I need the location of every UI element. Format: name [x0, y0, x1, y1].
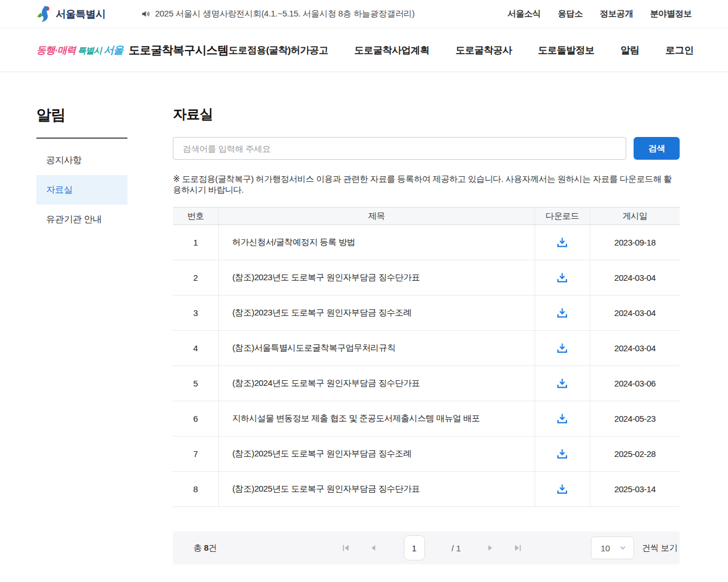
row-date: 2024-03-06 — [590, 366, 680, 401]
sidebar-menu: 공지사항 자료실 유관기관 안내 — [36, 146, 127, 234]
nav-item[interactable]: 알림 — [621, 44, 639, 57]
row-number: 5 — [173, 366, 218, 401]
download-icon — [556, 271, 569, 284]
last-page-button[interactable] — [513, 543, 522, 552]
row-download-cell — [535, 436, 590, 472]
row-title-link[interactable]: (참조)서울특별시도로굴착복구업무처리규칙 — [218, 331, 535, 366]
col-header-no: 번호 — [173, 207, 218, 225]
sidebar-menu-item[interactable]: 자료실 — [36, 175, 127, 205]
download-button[interactable] — [554, 410, 571, 427]
row-title-link[interactable]: (참조)2024년도 도로복구 원인자부담금 징수단가표 — [218, 366, 535, 401]
first-page-icon — [341, 543, 350, 552]
board-table: 번호 제목 다운로드 게시일 1 허가신청서/굴착예정지 등록 방법 2023-… — [173, 207, 680, 507]
announcement-banner[interactable]: 2025 서울시 생명사랑전시회(4.1.~5.15. 서울시청 8층 하늘광장… — [141, 9, 415, 19]
page-title: 자료실 — [173, 105, 680, 123]
topbar-link[interactable]: 분야별정보 — [650, 9, 692, 19]
download-icon — [556, 447, 569, 460]
nav-item[interactable]: 도로굴착공사 — [456, 44, 512, 57]
sidebar-divider — [36, 138, 127, 139]
row-title-link[interactable]: (참조)2023년도 도로복구 원인자부담금 징수단가표 — [218, 260, 535, 296]
pager-controls: 1 / 1 — [341, 535, 523, 560]
row-number: 7 — [173, 436, 218, 472]
table-row: 8 (참조)2025년도 도로복구 원인자부담금 징수단가표 2025-03-1… — [173, 472, 680, 507]
table-row: 7 (참조)2025년도 도로복구 원인자부담금 징수조례 2025-02-28 — [173, 436, 680, 472]
row-download-cell — [535, 331, 590, 366]
row-download-cell — [535, 225, 590, 260]
seoul-emblem-icon — [36, 5, 52, 23]
download-icon — [556, 377, 569, 390]
topbar-link[interactable]: 서울소식 — [507, 9, 540, 19]
row-title-link[interactable]: 허가신청서/굴착예정지 등록 방법 — [218, 225, 535, 260]
topbar-link[interactable]: 정보공개 — [600, 9, 633, 19]
brand-slogan-part1: 동행·매력 — [36, 45, 76, 56]
site-brand[interactable]: 동행·매력 특별시 서울 도로굴착복구시스템 — [36, 43, 229, 58]
current-page-box[interactable]: 1 — [404, 535, 425, 560]
download-icon — [556, 412, 569, 425]
main-nav: 도로점용(굴착)허가공고 도로굴착사업계획 도로굴착공사 도로돌발정보 알림 로… — [229, 44, 694, 57]
download-icon — [556, 306, 569, 319]
notice-text: ※ 도로점용(굴착복구) 허가행정서비스 이용과 관련한 자료를 등록하여 제공… — [173, 174, 680, 196]
row-number: 4 — [173, 331, 218, 366]
next-page-icon — [486, 544, 494, 552]
row-number: 1 — [173, 225, 218, 260]
page-size-select[interactable]: 10 — [591, 537, 634, 559]
download-button[interactable] — [554, 481, 571, 498]
row-title-link[interactable]: 지하시설물 변동정보 제출 협조 및 준공도서제출시스템 매뉴얼 배포 — [218, 401, 535, 436]
topbar-link[interactable]: 응답소 — [558, 9, 583, 19]
content-area: 알림 공지사항 자료실 유관기관 안내 자료실 검색 ※ 도로점용(굴착복구) … — [0, 72, 728, 564]
page-size-group: 10 건씩 보기 — [591, 537, 677, 559]
download-button[interactable] — [554, 375, 571, 392]
brand-slogan: 동행·매력 특별시 서울 — [36, 43, 123, 57]
row-date: 2024-03-04 — [590, 331, 680, 366]
row-date: 2024-03-04 — [590, 260, 680, 296]
pagination-bar: 총 8건 1 / 1 — [173, 531, 680, 564]
row-download-cell — [535, 366, 590, 401]
row-title-link[interactable]: (참조)2025년도 도로복구 원인자부담금 징수단가표 — [218, 472, 535, 507]
sidebar-menu-item[interactable]: 공지사항 — [36, 146, 127, 175]
nav-item[interactable]: 로그인 — [665, 44, 694, 57]
download-button[interactable] — [554, 340, 571, 357]
search-input[interactable] — [173, 137, 626, 160]
table-row: 5 (참조)2024년도 도로복구 원인자부담금 징수단가표 2024-03-0… — [173, 366, 680, 401]
site-title: 도로굴착복구시스템 — [129, 43, 229, 58]
download-button[interactable] — [554, 234, 571, 251]
announcement-text: 2025 서울시 생명사랑전시회(4.1.~5.15. 서울시청 8층 하늘광장… — [155, 9, 415, 19]
seoul-city-logo[interactable]: 서울특별시 — [36, 5, 106, 23]
download-button[interactable] — [554, 305, 571, 322]
board-table-body: 1 허가신청서/굴착예정지 등록 방법 2023-09-18 2 (참조)202… — [173, 225, 680, 507]
seoul-logo-text: 서울특별시 — [56, 7, 106, 21]
table-row: 1 허가신청서/굴착예정지 등록 방법 2023-09-18 — [173, 225, 680, 260]
next-page-button[interactable] — [486, 544, 494, 552]
last-page-icon — [513, 543, 522, 552]
row-title-link[interactable]: (참조)2023년도 도로복구 원인자부담금 징수조례 — [218, 296, 535, 331]
top-utility-bar: 서울특별시 2025 서울시 생명사랑전시회(4.1.~5.15. 서울시청 8… — [0, 0, 728, 28]
download-button[interactable] — [554, 446, 571, 463]
nav-item[interactable]: 도로굴착사업계획 — [354, 44, 429, 57]
row-download-cell — [535, 401, 590, 436]
download-icon — [556, 342, 569, 355]
speaker-icon — [141, 9, 151, 19]
col-header-download: 다운로드 — [535, 207, 590, 225]
table-row: 2 (참조)2023년도 도로복구 원인자부담금 징수단가표 2024-03-0… — [173, 260, 680, 296]
main-header: 동행·매력 특별시 서울 도로굴착복구시스템 도로점용(굴착)허가공고 도로굴착… — [0, 28, 728, 72]
row-date: 2024-05-23 — [590, 401, 680, 436]
main-panel: 자료실 검색 ※ 도로점용(굴착복구) 허가행정서비스 이용과 관련한 자료를 … — [173, 72, 680, 564]
nav-item[interactable]: 도로돌발정보 — [538, 44, 594, 57]
nav-item[interactable]: 도로점용(굴착)허가공고 — [229, 44, 328, 57]
first-page-button[interactable] — [341, 543, 350, 552]
row-number: 6 — [173, 401, 218, 436]
prev-page-button[interactable] — [369, 544, 377, 552]
col-header-title: 제목 — [218, 207, 535, 225]
page-size-suffix: 건씩 보기 — [642, 543, 677, 554]
download-icon — [556, 483, 569, 496]
search-button[interactable]: 검색 — [634, 137, 680, 160]
download-button[interactable] — [554, 269, 571, 286]
row-number: 3 — [173, 296, 218, 331]
page-size-value: 10 — [601, 543, 610, 553]
prev-page-icon — [369, 544, 377, 552]
total-count-value: 8 — [204, 543, 209, 552]
table-row: 3 (참조)2023년도 도로복구 원인자부담금 징수조례 2024-03-04 — [173, 296, 680, 331]
sidebar-menu-item[interactable]: 유관기관 안내 — [36, 205, 127, 234]
row-title-link[interactable]: (참조)2025년도 도로복구 원인자부담금 징수조례 — [218, 436, 535, 472]
search-row: 검색 — [173, 137, 680, 160]
